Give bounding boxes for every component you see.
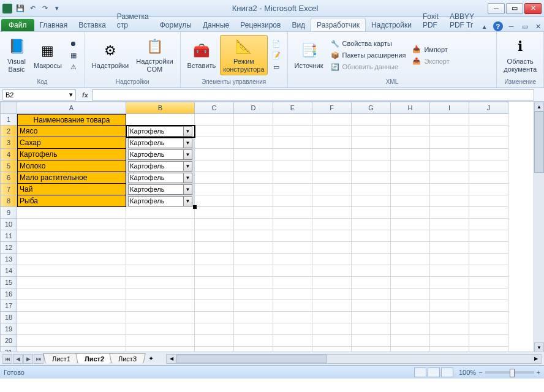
- cell-G16[interactable]: [352, 288, 391, 300]
- cell-C11[interactable]: [195, 230, 234, 242]
- cell-E20[interactable]: [273, 335, 312, 347]
- cell-I3[interactable]: [430, 137, 469, 149]
- scroll-right-icon[interactable]: ▶: [531, 355, 541, 363]
- row-header-19[interactable]: 19: [0, 323, 17, 335]
- cell-E21[interactable]: [273, 347, 312, 352]
- page-break-button[interactable]: [441, 368, 453, 377]
- cell-E1[interactable]: [273, 114, 312, 126]
- cell-H10[interactable]: [391, 219, 430, 230]
- row-header-8[interactable]: 8: [0, 195, 17, 207]
- xml-source-button[interactable]: 📑Источник: [292, 39, 327, 72]
- row-header-21[interactable]: 21: [0, 347, 17, 352]
- cell-J20[interactable]: [469, 335, 508, 347]
- cell-C19[interactable]: [195, 323, 234, 335]
- combobox-4[interactable]: Картофель▼: [128, 149, 192, 160]
- cell-I20[interactable]: [430, 335, 469, 347]
- cell-E4[interactable]: [273, 149, 312, 160]
- cell-G18[interactable]: [352, 312, 391, 323]
- cell-D19[interactable]: [234, 323, 273, 335]
- document-panel-button[interactable]: ℹОбласть документа: [501, 35, 540, 75]
- normal-view-button[interactable]: [414, 368, 426, 377]
- row-header-14[interactable]: 14: [0, 265, 17, 277]
- cell-F17[interactable]: [312, 300, 352, 312]
- qat-dropdown-icon[interactable]: ▾: [51, 3, 62, 14]
- cell-A11[interactable]: [17, 230, 126, 242]
- cell-B14[interactable]: [126, 265, 195, 277]
- cell-I17[interactable]: [430, 300, 469, 312]
- import-button[interactable]: 📥Импорт: [409, 44, 451, 55]
- cell-E7[interactable]: [273, 184, 312, 195]
- cell-D11[interactable]: [234, 230, 273, 242]
- cell-A5[interactable]: Молоко: [17, 160, 126, 172]
- com-addins-button[interactable]: 📋Надстройки COM: [133, 35, 176, 75]
- cell-F5[interactable]: [312, 160, 352, 172]
- cell-C3[interactable]: [195, 137, 234, 149]
- col-header-F[interactable]: F: [312, 102, 352, 114]
- cell-F8[interactable]: [312, 195, 352, 207]
- cell-G10[interactable]: [352, 219, 391, 230]
- maximize-button[interactable]: ▭: [506, 3, 523, 14]
- ribbon-tab-2[interactable]: Разметка стр: [111, 10, 154, 31]
- cell-B4[interactable]: Картофель▼: [126, 149, 195, 160]
- cell-E3[interactable]: [273, 137, 312, 149]
- cell-J13[interactable]: [469, 254, 508, 265]
- cell-B17[interactable]: [126, 300, 195, 312]
- ribbon-tab-1[interactable]: Вставка: [73, 18, 111, 31]
- cell-J5[interactable]: [469, 160, 508, 172]
- cell-B3[interactable]: Картофель▼: [126, 137, 195, 149]
- cell-J14[interactable]: [469, 265, 508, 277]
- undo-icon[interactable]: ↶: [27, 3, 38, 14]
- cell-J9[interactable]: [469, 207, 508, 219]
- addins-button[interactable]: ⚙Надстройки: [89, 39, 132, 72]
- cell-J2[interactable]: [469, 126, 508, 137]
- cell-C9[interactable]: [195, 207, 234, 219]
- cell-G12[interactable]: [352, 242, 391, 254]
- cell-F1[interactable]: [312, 114, 352, 126]
- cell-H19[interactable]: [391, 323, 430, 335]
- formula-input[interactable]: [92, 89, 534, 100]
- col-header-I[interactable]: I: [430, 102, 469, 114]
- cell-A6[interactable]: Мало растительное: [17, 172, 126, 184]
- cell-H15[interactable]: [391, 277, 430, 288]
- cell-D16[interactable]: [234, 288, 273, 300]
- combobox-3[interactable]: Картофель▼: [128, 138, 192, 148]
- cell-H9[interactable]: [391, 207, 430, 219]
- combobox-6[interactable]: Картофель▼: [128, 173, 192, 183]
- cell-A8[interactable]: Рыба: [17, 195, 126, 207]
- cell-I12[interactable]: [430, 242, 469, 254]
- name-box[interactable]: B2▾: [2, 89, 76, 100]
- new-sheet-icon[interactable]: ✦: [148, 355, 154, 363]
- cell-C21[interactable]: [195, 347, 234, 352]
- cell-J7[interactable]: [469, 184, 508, 195]
- map-properties-button[interactable]: 🔧Свойства карты: [328, 38, 409, 49]
- insert-control-button[interactable]: 🧰Вставить: [184, 39, 219, 72]
- cell-F12[interactable]: [312, 242, 352, 254]
- cell-I10[interactable]: [430, 219, 469, 230]
- cell-F6[interactable]: [312, 172, 352, 184]
- cell-H6[interactable]: [391, 172, 430, 184]
- cell-A4[interactable]: Картофель: [17, 149, 126, 160]
- cell-D9[interactable]: [234, 207, 273, 219]
- sheet-tab-0[interactable]: Лист1: [43, 353, 80, 363]
- col-header-B[interactable]: B: [126, 102, 195, 114]
- cell-E9[interactable]: [273, 207, 312, 219]
- row-header-12[interactable]: 12: [0, 242, 17, 254]
- cell-C4[interactable]: [195, 149, 234, 160]
- ribbon-tab-8[interactable]: Надстройки: [366, 18, 417, 31]
- cell-H21[interactable]: [391, 347, 430, 352]
- cell-C12[interactable]: [195, 242, 234, 254]
- row-header-15[interactable]: 15: [0, 277, 17, 288]
- cell-B1[interactable]: [126, 114, 195, 126]
- cell-A18[interactable]: [17, 312, 126, 323]
- cell-E8[interactable]: [273, 195, 312, 207]
- design-mode-button[interactable]: 📐Режим конструктора: [220, 35, 267, 75]
- row-header-11[interactable]: 11: [0, 230, 17, 242]
- ribbon-tab-7[interactable]: Разработчик: [311, 18, 366, 31]
- cell-G5[interactable]: [352, 160, 391, 172]
- cell-H12[interactable]: [391, 242, 430, 254]
- cell-G9[interactable]: [352, 207, 391, 219]
- cell-D17[interactable]: [234, 300, 273, 312]
- cell-D4[interactable]: [234, 149, 273, 160]
- cell-G6[interactable]: [352, 172, 391, 184]
- cell-I1[interactable]: [430, 114, 469, 126]
